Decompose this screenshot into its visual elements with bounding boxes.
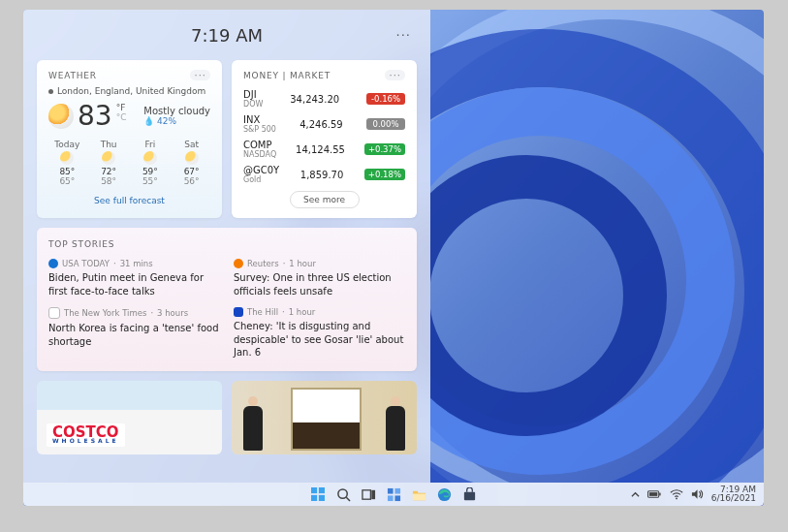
svg-rect-9 bbox=[394, 487, 400, 493]
story-item[interactable]: USA TODAY · 31 mins Biden, Putin meet in… bbox=[48, 259, 220, 297]
svg-rect-11 bbox=[394, 495, 400, 501]
story-item[interactable]: The New York Times · 3 hours North Korea… bbox=[48, 307, 220, 360]
volume-icon[interactable] bbox=[691, 488, 704, 500]
svg-rect-7 bbox=[371, 489, 375, 498]
money-see-more-button[interactable]: See more bbox=[290, 191, 360, 208]
stock-list: DJIDOW 34,243.20 -0.16% INXS&P 500 4,246… bbox=[243, 86, 405, 187]
forecast-day[interactable]: Today 85° 65° bbox=[48, 140, 86, 186]
stock-row[interactable]: DJIDOW 34,243.20 -0.16% bbox=[243, 86, 405, 111]
widgets-clock: 7:19 AM bbox=[191, 25, 263, 46]
news-thumb[interactable]: COSTCO WHOLESALE bbox=[37, 381, 222, 454]
svg-rect-8 bbox=[387, 487, 393, 493]
svg-rect-12 bbox=[412, 493, 425, 500]
stock-row[interactable]: INXS&P 500 4,246.59 0.00% bbox=[243, 111, 405, 137]
file-explorer-button[interactable] bbox=[411, 486, 426, 502]
tray-chevron-icon[interactable] bbox=[631, 490, 640, 499]
story-headline: Biden, Putin meet in Geneva for first fa… bbox=[48, 271, 220, 297]
person-graphic bbox=[243, 406, 263, 451]
store-button[interactable] bbox=[461, 486, 477, 502]
widgets-panel: 7:19 AM ··· WEATHER ··· London, England,… bbox=[23, 10, 430, 483]
money-card[interactable]: MONEY | MARKET ··· DJIDOW 34,243.20 -0.1… bbox=[232, 60, 417, 218]
svg-rect-14 bbox=[463, 491, 474, 499]
weather-more-button[interactable]: ··· bbox=[190, 70, 210, 80]
task-view-button[interactable] bbox=[361, 486, 376, 502]
location-dot-icon bbox=[48, 89, 53, 94]
see-full-forecast-link[interactable]: See full forecast bbox=[48, 194, 210, 207]
edge-button[interactable] bbox=[436, 486, 452, 502]
story-item[interactable]: Reuters · 1 hour Survey: One in three US… bbox=[234, 259, 405, 297]
taskbar: 7:19 AM 6/16/2021 bbox=[23, 483, 764, 506]
stock-row[interactable]: @GC0YGold 1,859.70 +0.18% bbox=[243, 162, 405, 187]
news-thumb[interactable] bbox=[232, 381, 417, 454]
weather-humidity: 💧 42% bbox=[143, 116, 210, 126]
weather-desc: Mostly cloudy bbox=[143, 106, 210, 116]
desktop: 7:19 AM ··· WEATHER ··· London, England,… bbox=[23, 10, 764, 506]
costco-sign: COSTCO WHOLESALE bbox=[47, 423, 125, 447]
widgets-header: 7:19 AM ··· bbox=[37, 17, 417, 52]
person-graphic bbox=[386, 406, 405, 451]
battery-icon[interactable] bbox=[647, 489, 662, 499]
svg-rect-3 bbox=[319, 495, 325, 501]
svg-line-5 bbox=[346, 497, 350, 501]
weather-icon-small bbox=[102, 151, 115, 165]
svg-rect-16 bbox=[659, 493, 660, 496]
weather-temp: 83 bbox=[78, 100, 112, 132]
weather-icon-small bbox=[143, 151, 157, 165]
news-thumbnails: COSTCO WHOLESALE bbox=[37, 381, 417, 454]
svg-rect-2 bbox=[311, 495, 317, 501]
wifi-icon[interactable] bbox=[670, 488, 683, 500]
svg-rect-10 bbox=[387, 495, 393, 501]
forecast-day[interactable]: Thu 72° 58° bbox=[90, 140, 128, 186]
weather-card[interactable]: WEATHER ··· London, England, United King… bbox=[37, 60, 222, 218]
svg-rect-0 bbox=[311, 487, 317, 493]
weather-title: WEATHER bbox=[48, 71, 97, 80]
source-icon bbox=[48, 259, 58, 268]
weather-icon-small bbox=[60, 151, 74, 165]
top-stories-card: TOP STORIES USA TODAY · 31 mins Biden, P… bbox=[37, 228, 417, 371]
svg-rect-6 bbox=[362, 489, 369, 498]
taskbar-center bbox=[310, 486, 477, 502]
forecast-day[interactable]: Sat 67° 56° bbox=[173, 140, 210, 186]
money-more-button[interactable]: ··· bbox=[385, 70, 405, 80]
system-tray: 7:19 AM 6/16/2021 bbox=[631, 485, 756, 504]
weather-units[interactable]: °F°C bbox=[116, 104, 127, 123]
weather-location-text: London, England, United Kingdom bbox=[57, 86, 205, 96]
weather-location: London, England, United Kingdom bbox=[48, 86, 210, 96]
weather-icon-small bbox=[185, 151, 199, 165]
svg-rect-1 bbox=[319, 487, 325, 493]
top-stories-title: TOP STORIES bbox=[48, 239, 405, 249]
widgets-more-button[interactable]: ··· bbox=[396, 28, 411, 43]
tray-clock[interactable]: 7:19 AM 6/16/2021 bbox=[711, 485, 756, 504]
source-icon bbox=[48, 307, 60, 319]
svg-point-18 bbox=[676, 498, 678, 500]
forecast-day[interactable]: Fri 59° 55° bbox=[132, 140, 170, 186]
story-headline: North Korea is facing a 'tense' food sho… bbox=[48, 322, 220, 348]
money-title: MONEY | MARKET bbox=[243, 71, 331, 80]
search-button[interactable] bbox=[335, 486, 351, 502]
story-item[interactable]: The Hill · 1 hour Cheney: 'It is disgust… bbox=[234, 307, 405, 360]
source-icon bbox=[234, 259, 243, 268]
stock-row[interactable]: COMPNASDAQ 14,124.55 +0.37% bbox=[243, 137, 405, 162]
svg-rect-17 bbox=[649, 492, 657, 496]
start-button[interactable] bbox=[310, 486, 326, 502]
weather-icon bbox=[48, 104, 74, 129]
widgets-button[interactable] bbox=[386, 486, 401, 502]
story-headline: Survey: One in three US election officia… bbox=[234, 271, 405, 297]
source-icon bbox=[234, 307, 243, 317]
fireplace-graphic bbox=[291, 388, 362, 451]
forecast-row: Today 85° 65° Thu 72° 58° Fri 59° bbox=[48, 140, 210, 186]
svg-point-4 bbox=[337, 488, 346, 497]
story-headline: Cheney: 'It is disgusting and despicable… bbox=[234, 320, 405, 360]
